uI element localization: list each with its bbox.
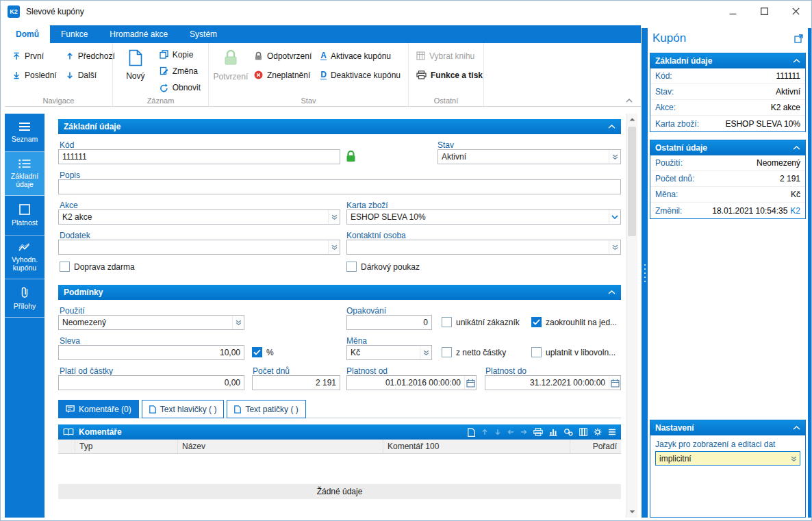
sidebar-item-seznam[interactable]: Seznam: [5, 114, 45, 152]
platnost-od-input[interactable]: 01.01.2016 00:00:00: [346, 375, 477, 390]
activate-coupon-button[interactable]: A Aktivace kupónu: [317, 47, 404, 64]
chevron-down-icon[interactable]: [609, 210, 620, 224]
calendar-icon[interactable]: [464, 376, 476, 390]
checkbox-label: z netto částky: [456, 348, 506, 357]
scrollbar-thumb[interactable]: [628, 127, 636, 236]
tab-text-paticky[interactable]: Text patičky ( ): [227, 400, 305, 418]
ribbon-tab-system[interactable]: Systém: [179, 25, 228, 43]
dropdown-icon[interactable]: [788, 452, 800, 465]
move-last-icon[interactable]: [494, 429, 501, 435]
sidebar-item-prilohy[interactable]: Přílohy: [5, 279, 45, 318]
column-header-komentar[interactable]: Komentář 100: [383, 440, 570, 453]
akce-combo[interactable]: K2 akce: [58, 209, 340, 225]
move-first-icon[interactable]: [481, 429, 488, 435]
sidebar-item-zakladni-udaje[interactable]: Základní údaje: [5, 152, 45, 196]
scroll-up-icon[interactable]: [626, 114, 638, 125]
column-header-nazev[interactable]: Název: [178, 440, 383, 453]
settings-gear-icon[interactable]: [594, 428, 602, 436]
new-record-button[interactable]: Nový: [117, 47, 154, 95]
dropdown-icon[interactable]: [232, 316, 244, 329]
functions-print-button[interactable]: Funkce a tisk: [413, 66, 486, 84]
chart-icon[interactable]: [549, 428, 557, 436]
main-scrollbar[interactable]: [626, 114, 637, 518]
first-record-button[interactable]: První: [9, 47, 60, 64]
inspector-row: Měna: Kč: [650, 187, 805, 203]
collapse-section-icon[interactable]: [793, 426, 800, 430]
minimize-button[interactable]: [717, 1, 748, 22]
column-header-typ[interactable]: Typ: [75, 440, 178, 453]
uplatnit-checkbox[interactable]: uplatnit v libovoln...: [531, 347, 616, 357]
sidebar-item-platnost[interactable]: Platnost: [5, 196, 45, 236]
znetto-checkbox[interactable]: z netto částky: [442, 347, 506, 357]
ribbon-tab-funkce[interactable]: Funkce: [50, 25, 99, 43]
inspector-section-zakladni: Základní údaje Kód: 111111 Stav: Aktivní…: [650, 53, 806, 132]
close-button[interactable]: [780, 1, 811, 22]
procento-checkbox[interactable]: %: [252, 347, 274, 357]
move-prev-icon[interactable]: [507, 429, 514, 435]
collapse-section-icon[interactable]: [793, 59, 800, 63]
window-title: Slevové kupóny: [26, 7, 84, 16]
gears-icon[interactable]: [563, 428, 573, 436]
tab-text-hlavicky[interactable]: Text hlavičky ( ): [142, 400, 225, 418]
panel-splitter[interactable]: [642, 28, 648, 518]
column-header-indicator[interactable]: [58, 440, 75, 453]
kod-input[interactable]: 111111: [58, 149, 340, 164]
pocet-dnu-input[interactable]: 2 191: [252, 375, 340, 390]
ribbon-tab-hromadne-akce[interactable]: Hromadné akce: [99, 25, 179, 43]
sleva-input[interactable]: 10,00: [58, 345, 244, 360]
stav-label: Stav: [437, 140, 454, 150]
inspector-row: Použití: Neomezený: [650, 155, 805, 171]
platnost-do-input[interactable]: 31.12.2021 00:00:00: [485, 375, 621, 390]
ribbon-collapse-icon[interactable]: [626, 99, 633, 103]
mena-combo[interactable]: Kč: [346, 345, 432, 360]
dropdown-icon[interactable]: [609, 150, 620, 164]
column-header-poradi[interactable]: Pořadí: [570, 440, 621, 453]
popout-icon[interactable]: [794, 34, 803, 43]
dropdown-icon[interactable]: [609, 240, 620, 254]
refresh-record-button[interactable]: Obnovit: [156, 81, 204, 95]
sidebar-item-vyhodnoceni[interactable]: Vyhodn. kupónu: [5, 236, 45, 279]
popis-input[interactable]: [58, 179, 621, 194]
stav-combo[interactable]: Aktivní: [437, 149, 621, 164]
next-record-button[interactable]: Další: [62, 66, 118, 84]
inspector-row: Stav: Aktivní: [650, 84, 805, 100]
language-combo[interactable]: implicitní: [655, 451, 800, 466]
unconfirm-button[interactable]: Odpotvrzení: [251, 47, 315, 64]
doprava-zdarma-checkbox[interactable]: Doprava zdarma: [60, 262, 135, 272]
plati-od-castky-input[interactable]: 0,00: [58, 375, 244, 390]
book-grid-icon: [416, 51, 425, 60]
collapse-section-icon[interactable]: [608, 290, 616, 294]
last-record-button[interactable]: Poslední: [9, 66, 60, 84]
ribbon-tab-domu[interactable]: Domů: [5, 25, 50, 43]
karta-zbozi-combo[interactable]: ESHOP SLEVA 10%: [346, 209, 621, 225]
dropdown-icon[interactable]: [328, 240, 340, 254]
confirm-button[interactable]: Potvrzení: [213, 47, 249, 95]
unikatni-zakaznik-checkbox[interactable]: unikátní zákazník: [442, 317, 520, 327]
dropdown-icon[interactable]: [420, 346, 431, 359]
maximize-button[interactable]: [748, 1, 780, 22]
zaokrouhlit-checkbox[interactable]: zaokrouhlit na jed...: [531, 317, 617, 327]
copy-record-button[interactable]: Kopie: [156, 47, 204, 62]
darkovy-poukaz-checkbox[interactable]: Dárkový poukaz: [346, 262, 420, 272]
dodatek-combo[interactable]: [58, 240, 340, 255]
opakovani-input[interactable]: 0: [346, 315, 432, 330]
invalidate-button[interactable]: Zneplatnění: [251, 66, 315, 84]
new-record-icon[interactable]: [468, 428, 475, 437]
calendar-icon[interactable]: [609, 376, 620, 390]
collapse-section-icon[interactable]: [608, 125, 616, 129]
pouziti-combo[interactable]: Neomezený: [58, 315, 244, 330]
scroll-down-icon[interactable]: [626, 506, 638, 518]
deactivate-coupon-button[interactable]: D Deaktivace kupónu: [317, 66, 404, 84]
select-book-button[interactable]: Vybrat knihu: [413, 47, 486, 64]
menu-icon[interactable]: [608, 429, 616, 435]
collapse-section-icon[interactable]: [793, 146, 800, 150]
checkbox-label: uplatnit v libovoln...: [546, 348, 616, 357]
previous-record-button[interactable]: Předchozí: [62, 47, 118, 64]
kontaktni-osoba-combo[interactable]: [346, 240, 621, 255]
tab-komentare[interactable]: Komentáře (0): [58, 400, 139, 418]
edit-record-button[interactable]: Změna: [156, 64, 204, 78]
dropdown-icon[interactable]: [328, 210, 340, 224]
columns-icon[interactable]: [579, 428, 587, 436]
move-next-icon[interactable]: [520, 429, 527, 435]
print-icon[interactable]: [533, 428, 543, 436]
